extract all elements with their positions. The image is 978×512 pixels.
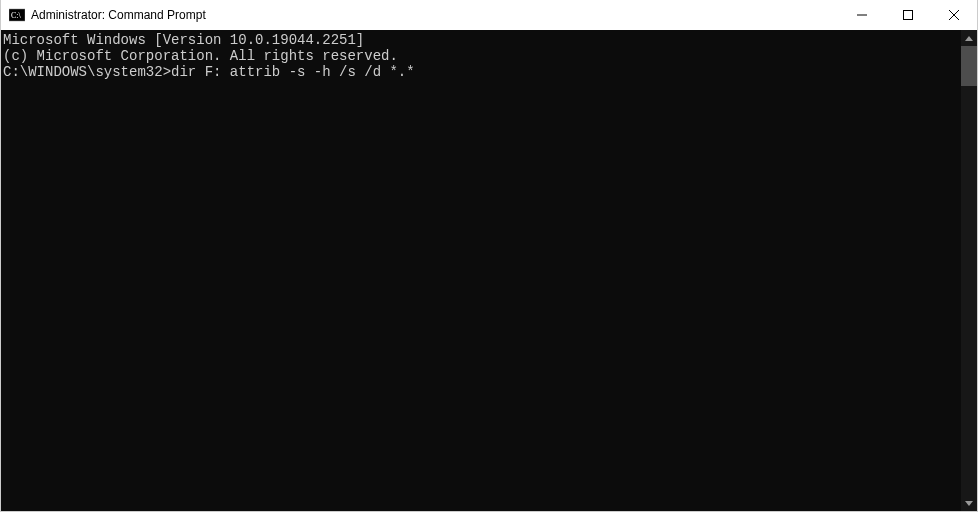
svg-marker-6 <box>965 36 973 41</box>
close-icon <box>949 10 959 20</box>
terminal-area: Microsoft Windows [Version 10.0.19044.22… <box>1 30 977 511</box>
close-button[interactable] <box>931 0 977 30</box>
command-prompt-window: C:\ Administrator: Command Prompt <box>0 0 978 512</box>
cmd-icon: C:\ <box>9 7 25 23</box>
chevron-down-icon <box>965 501 973 506</box>
svg-text:C:\: C:\ <box>11 11 22 20</box>
minimize-icon <box>857 10 867 20</box>
scroll-thumb[interactable] <box>961 46 977 86</box>
terminal-output[interactable]: Microsoft Windows [Version 10.0.19044.22… <box>1 30 961 511</box>
copyright-line: (c) Microsoft Corporation. All rights re… <box>3 48 961 64</box>
prompt-path: C:\WINDOWS\system32> <box>3 64 171 80</box>
prompt-line: C:\WINDOWS\system32>dir F: attrib -s -h … <box>3 64 961 80</box>
window-title: Administrator: Command Prompt <box>31 8 839 22</box>
vertical-scrollbar[interactable] <box>961 30 977 511</box>
chevron-up-icon <box>965 36 973 41</box>
maximize-icon <box>903 10 913 20</box>
command-text: dir F: attrib -s -h /s /d *.* <box>171 64 415 80</box>
titlebar[interactable]: C:\ Administrator: Command Prompt <box>1 0 977 30</box>
minimize-button[interactable] <box>839 0 885 30</box>
scroll-down-button[interactable] <box>961 495 977 511</box>
svg-rect-3 <box>904 11 913 20</box>
scroll-up-button[interactable] <box>961 30 977 46</box>
svg-marker-7 <box>965 501 973 506</box>
maximize-button[interactable] <box>885 0 931 30</box>
window-controls <box>839 0 977 30</box>
version-line: Microsoft Windows [Version 10.0.19044.22… <box>3 32 961 48</box>
